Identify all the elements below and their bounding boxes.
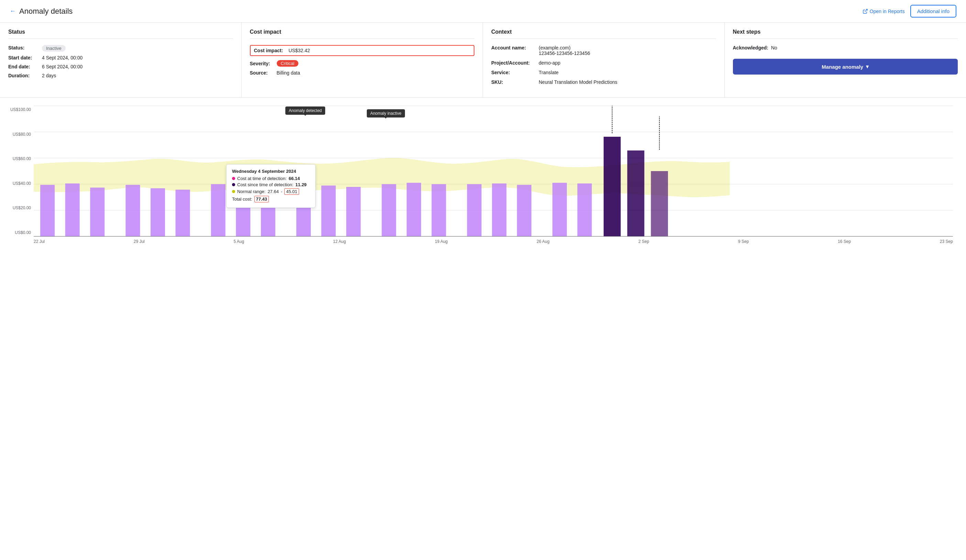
anomaly-detected-label: Anomaly detected [285, 106, 325, 115]
additional-info-button[interactable]: Additional info [910, 5, 956, 18]
svg-rect-11 [151, 188, 165, 236]
cost-impact-value: US$32.42 [288, 48, 310, 53]
service-row: Service: Translate [491, 70, 716, 75]
svg-rect-28 [628, 151, 644, 236]
x-label-5aug: 5 Aug [233, 239, 244, 244]
status-field-row: Status: Inactive [8, 45, 233, 52]
acknowledged-value: No [771, 45, 777, 51]
header-right: Open in Reports Additional info [863, 5, 956, 18]
acknowledged-row: Acknowledged: No [733, 45, 958, 51]
service-value: Translate [539, 70, 559, 75]
chart-plot-area: Anomaly detected Anomaly inactive Wednes… [34, 106, 953, 236]
external-link-icon [863, 8, 868, 14]
chart-tooltip: Wednesday 4 September 2024 Cost at time … [226, 164, 315, 208]
service-label: Service: [491, 70, 536, 75]
context-card-title: Context [491, 29, 716, 39]
tooltip-cost-since: Cost since time of detection: 11.29 [232, 182, 310, 187]
sku-label: SKU: [491, 79, 536, 85]
y-axis: US$100.00 US$80.00 US$60.00 US$40.00 US$… [10, 106, 34, 236]
svg-rect-9 [90, 188, 105, 236]
start-date-row: Start date: 4 Sept 2024, 00:00 [8, 55, 233, 61]
manage-anomaly-button[interactable]: Manage anomaly ▾ [733, 59, 958, 75]
tooltip-total: Total cost: 77.43 [232, 196, 310, 202]
tooltip-dark-dot [232, 183, 235, 186]
svg-rect-10 [125, 185, 140, 236]
y-label-0: US$0.00 [10, 230, 31, 235]
project-account-value: demo-app [539, 60, 560, 65]
status-card: Status Status: Inactive Start date: 4 Se… [0, 23, 242, 97]
tooltip-pink-dot [232, 177, 235, 180]
tooltip-date: Wednesday 4 September 2024 [232, 169, 310, 174]
severity-row: Severity: Critical [250, 60, 475, 67]
svg-rect-17 [322, 185, 336, 236]
cost-impact-box: Cost impact: US$32.42 [250, 45, 475, 56]
svg-rect-7 [40, 185, 55, 236]
svg-rect-19 [381, 184, 396, 236]
status-badge: Inactive [42, 45, 66, 52]
x-axis: 22 Jul 29 Jul 5 Aug 12 Aug 19 Aug 26 Aug… [34, 239, 953, 244]
end-date-row: End date: 6 Sept 2024, 00:00 [8, 64, 233, 69]
open-reports-button[interactable]: Open in Reports [863, 8, 905, 14]
source-label: Source: [250, 70, 274, 75]
svg-rect-29 [651, 171, 668, 236]
svg-rect-25 [552, 183, 567, 236]
duration-label: Duration: [8, 73, 39, 79]
status-card-title: Status [8, 29, 233, 39]
cost-impact-card-title: Cost impact [250, 29, 475, 39]
svg-rect-24 [517, 185, 531, 236]
svg-line-0 [864, 9, 867, 11]
account-name-label: Account name: [491, 45, 536, 56]
x-label-26aug: 26 Aug [537, 239, 549, 244]
severity-badge: Critical [277, 60, 299, 67]
back-button[interactable]: ← [10, 8, 16, 15]
x-label-22jul: 22 Jul [34, 239, 45, 244]
y-label-60: US$60.00 [10, 156, 31, 161]
start-date-value: 4 Sept 2024, 00:00 [42, 55, 82, 61]
sku-value: Neural Translation Model Predictions [539, 79, 618, 85]
tooltip-normal-range: Normal range: 27.64 - 45.01 [232, 188, 310, 195]
duration-row: Duration: 2 days [8, 73, 233, 79]
context-card: Context Account name: (example.com) 1234… [483, 23, 724, 97]
y-label-100: US$100.00 [10, 107, 31, 112]
start-date-label: Start date: [8, 55, 39, 61]
account-name-value: (example.com) 123456-123456-123456 [539, 45, 590, 56]
project-account-label: Project/Account: [491, 60, 536, 65]
severity-label: Severity: [250, 61, 274, 66]
svg-rect-8 [65, 183, 80, 236]
y-label-80: US$80.00 [10, 132, 31, 137]
anomaly-inactive-label: Anomaly inactive [367, 109, 405, 118]
svg-rect-23 [492, 183, 506, 236]
end-date-label: End date: [8, 64, 39, 69]
tooltip-total-value: 77.43 [255, 196, 269, 202]
source-row: Source: Billing data [250, 70, 475, 75]
sku-row: SKU: Neural Translation Model Prediction… [491, 79, 716, 85]
svg-rect-18 [346, 187, 361, 236]
x-label-29jul: 29 Jul [134, 239, 145, 244]
svg-rect-12 [176, 190, 190, 236]
tooltip-cost-at-detection: Cost at time of detection: 66.14 [232, 176, 310, 181]
x-label-12aug: 12 Aug [333, 239, 346, 244]
svg-rect-22 [467, 184, 481, 236]
status-label: Status: [8, 45, 39, 51]
account-name-row: Account name: (example.com) 123456-12345… [491, 45, 716, 56]
tooltip-yellow-dot [232, 190, 235, 193]
x-label-16sep: 16 Sep [838, 239, 851, 244]
project-account-row: Project/Account: demo-app [491, 60, 716, 65]
x-label-23sep: 23 Sep [940, 239, 953, 244]
duration-value: 2 days [42, 73, 56, 79]
y-label-20: US$20.00 [10, 205, 31, 210]
tooltip-normal-range-high: 45.01 [284, 188, 299, 195]
cost-impact-card: Cost impact Cost impact: US$32.42 Severi… [242, 23, 483, 97]
x-label-19aug: 19 Aug [435, 239, 448, 244]
next-steps-card-title: Next steps [733, 29, 958, 39]
page-header: ← Anomaly details Open in Reports Additi… [0, 0, 966, 23]
svg-rect-20 [407, 183, 421, 236]
chevron-down-icon: ▾ [866, 64, 869, 70]
page-title: Anomaly details [19, 7, 72, 16]
acknowledged-label: Acknowledged: [733, 45, 768, 51]
x-label-2sep: 2 Sep [638, 239, 649, 244]
x-label-9sep: 9 Sep [738, 239, 749, 244]
chart-svg [34, 106, 953, 236]
chart-container: US$100.00 US$80.00 US$60.00 US$40.00 US$… [10, 106, 956, 254]
svg-rect-21 [431, 184, 446, 236]
